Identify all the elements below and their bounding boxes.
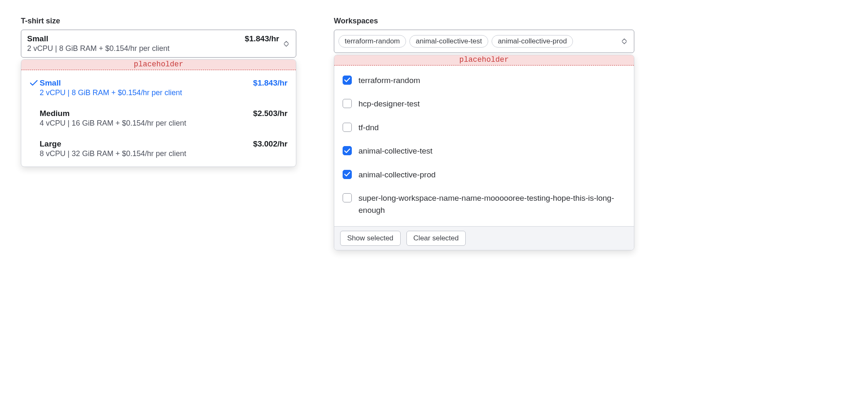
workspace-option-label: tf-dnd [358,122,379,134]
workspace-option-label: animal-collective-prod [358,169,436,181]
checkbox[interactable] [343,76,352,85]
workspace-option[interactable]: hcp-designer-test [334,92,634,116]
workspace-option[interactable]: animal-collective-prod [334,163,634,187]
workspace-tag[interactable]: terraform-random [338,35,406,48]
tshirt-size-label: T-shirt size [21,17,296,25]
placeholder-banner: placeholder [21,60,296,70]
clear-selected-button[interactable]: Clear selected [406,231,466,246]
checkbox[interactable] [343,146,352,155]
workspace-option[interactable]: super-long-workspace-name-name-moooooree… [334,187,634,222]
checkmark-icon [28,78,40,86]
checkbox[interactable] [343,99,352,108]
checkbox[interactable] [343,193,352,202]
option-desc: 4 vCPU | 16 GiB RAM + $0.154/hr per clie… [40,119,288,128]
tshirt-size-select-trigger[interactable]: Small $1.843/hr 2 vCPU | 8 GiB RAM + $0.… [21,30,296,58]
workspaces-section: Workspaces terraform-randomanimal-collec… [334,17,634,250]
option-desc: 2 vCPU | 8 GiB RAM + $0.154/hr per clien… [40,88,288,97]
option-price: $1.843/hr [253,78,288,88]
show-selected-button[interactable]: Show selected [340,231,401,246]
tshirt-selected-price: $1.843/hr [245,34,279,43]
select-caret-icon [621,38,628,44]
workspace-option-label: terraform-random [358,75,420,87]
tshirt-selected-desc: 2 vCPU | 8 GiB RAM + $0.154/hr per clien… [27,44,279,53]
placeholder-banner: placeholder [334,55,634,66]
workspace-tag[interactable]: animal-collective-test [409,35,488,48]
tshirt-size-section: T-shirt size Small $1.843/hr 2 vCPU | 8 … [21,17,296,167]
option-name: Large [40,139,61,149]
workspace-option[interactable]: tf-dnd [334,116,634,140]
checkbox[interactable] [343,170,352,179]
tshirt-size-dropdown: placeholder Small$1.843/hr2 vCPU | 8 GiB… [21,59,296,167]
tshirt-option[interactable]: Medium$2.503/hr4 vCPU | 16 GiB RAM + $0.… [21,103,296,134]
workspaces-select-trigger[interactable]: terraform-randomanimal-collective-testan… [334,30,634,53]
checkbox[interactable] [343,123,352,132]
workspace-option[interactable]: animal-collective-test [334,139,634,163]
workspace-option-label: hcp-designer-test [358,98,420,110]
option-name: Small [40,78,61,88]
tshirt-option[interactable]: Small$1.843/hr2 vCPU | 8 GiB RAM + $0.15… [21,73,296,103]
tshirt-selected-name: Small [27,34,48,43]
workspaces-dropdown: placeholder terraform-randomhcp-designer… [334,55,634,250]
workspaces-label: Workspaces [334,17,634,25]
tshirt-option[interactable]: Large$3.002/hr8 vCPU | 32 GiB RAM + $0.1… [21,134,296,164]
option-price: $3.002/hr [253,139,288,149]
option-price: $2.503/hr [253,109,288,118]
workspace-option[interactable]: terraform-random [334,69,634,93]
option-name: Medium [40,109,70,118]
workspace-option-label: super-long-workspace-name-name-moooooree… [358,192,626,216]
workspace-tag[interactable]: animal-collective-prod [492,35,573,48]
workspaces-dropdown-footer: Show selected Clear selected [334,226,634,250]
checkmark-icon [28,139,40,141]
select-caret-icon [283,41,290,47]
checkmark-icon [28,109,40,111]
option-desc: 8 vCPU | 32 GiB RAM + $0.154/hr per clie… [40,149,288,158]
workspace-option-label: animal-collective-test [358,145,432,157]
